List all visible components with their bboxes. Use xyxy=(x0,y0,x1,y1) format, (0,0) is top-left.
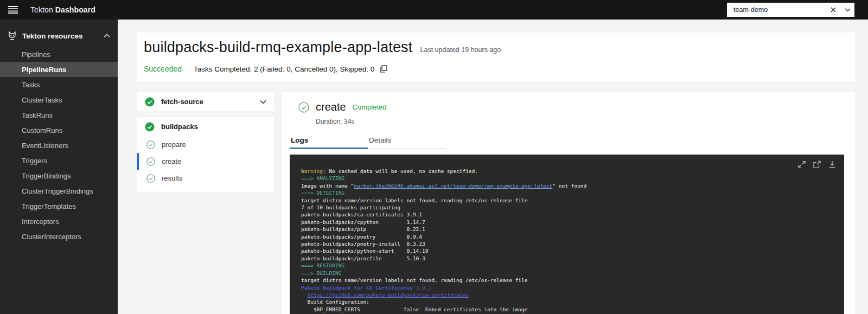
log-line: Build Configuration: xyxy=(301,298,839,305)
log-line: paketo-buildpacks/poetry-install 0.3.23 xyxy=(301,240,839,247)
sidebar: Tekton resources PipelinesPipelineRunsTa… xyxy=(0,20,118,314)
sidebar-item-clustertasks[interactable]: ClusterTasks xyxy=(0,92,118,107)
sidebar-item-pipelineruns[interactable]: PipelineRuns xyxy=(0,62,118,77)
namespace-selector[interactable]: team-demo xyxy=(727,3,854,17)
log-line: ===> RESTORING xyxy=(301,262,839,269)
sidebar-item-tasks[interactable]: Tasks xyxy=(0,77,118,92)
check-filled-icon xyxy=(145,122,155,132)
check-outline-icon xyxy=(146,157,155,166)
app-title-prefix: Tekton xyxy=(30,5,55,14)
app-header: Tekton Dashboard team-demo xyxy=(0,0,868,20)
step-results[interactable]: results xyxy=(137,170,274,187)
log-line: target distro name/version labels not fo… xyxy=(301,197,839,204)
log-line: paketo-buildpacks/poetry 0.9.4 xyxy=(301,233,839,240)
step-title: create xyxy=(316,101,346,113)
tab-logs[interactable]: Logs xyxy=(290,133,368,149)
copy-icon[interactable] xyxy=(380,65,387,73)
step-list: preparecreateresults xyxy=(137,136,274,187)
task-fetch-source[interactable]: fetch-source xyxy=(137,92,274,111)
log-link[interactable]: https://github.com/paketo-buildpacks/ca-… xyxy=(307,292,468,298)
log-viewer: Warning: No cached data will be used, no… xyxy=(290,155,844,314)
sidebar-section-tekton-resources[interactable]: Tekton resources xyxy=(0,27,118,44)
step-status-badge: Completed xyxy=(353,103,387,111)
step-tabs: Logs Details xyxy=(290,133,855,149)
task-card-fetch-source: fetch-source xyxy=(137,92,274,111)
sidebar-item-eventlisteners[interactable]: EventListeners xyxy=(0,138,118,153)
sidebar-item-clustertriggerbindings[interactable]: ClusterTriggerBindings xyxy=(0,183,118,198)
log-line: $BP_EMBED_CERTS false Embed certificates… xyxy=(301,306,839,313)
log-line: 7 of 10 buildpacks participating xyxy=(301,204,839,211)
task-list: fetch-source buildpacks preparecreateres… xyxy=(137,92,274,192)
status-badge: Succeeded xyxy=(144,65,182,73)
chevron-down-icon[interactable] xyxy=(260,100,266,104)
menu-icon[interactable] xyxy=(0,0,26,20)
log-link[interactable]: harbor.lke366246.akamai-apl.net/team-dem… xyxy=(354,183,552,189)
log-line: Paketo Buildpack for CA Certificates 3.9… xyxy=(301,284,839,291)
log-line: https://github.com/paketo-buildpacks/ca-… xyxy=(301,291,839,298)
check-outline-icon xyxy=(146,140,155,149)
app-title-bold: Dashboard xyxy=(55,5,95,14)
app-title[interactable]: Tekton Dashboard xyxy=(30,5,95,14)
sidebar-item-triggerbindings[interactable]: TriggerBindings xyxy=(0,168,118,183)
log-line: paketo-buildpacks/procfile 5.10.3 xyxy=(301,255,839,262)
log-line: paketo-buildpacks/ca-certificates 3.9.1 xyxy=(301,211,839,218)
step-prepare[interactable]: prepare xyxy=(137,136,274,153)
sidebar-item-clusterinterceptors[interactable]: ClusterInterceptors xyxy=(0,229,118,244)
sidebar-item-triggertemplates[interactable]: TriggerTemplates xyxy=(0,198,118,214)
log-line: paketo-buildpacks/pip 0.22.1 xyxy=(301,226,839,233)
sidebar-item-interceptors[interactable]: Interceptors xyxy=(0,214,118,229)
log-line: ===> ANALYZING xyxy=(301,175,839,182)
sidebar-section-label: Tekton resources xyxy=(22,32,104,40)
step-label: create xyxy=(162,157,181,165)
step-detail-panel: create Completed Duration: 34s Logs Deta… xyxy=(282,92,855,314)
tekton-icon xyxy=(8,31,17,41)
last-updated-label: Last updated 19 hours ago xyxy=(420,46,501,54)
step-duration: Duration: 34s xyxy=(316,118,855,125)
log-line: Image with name "harbor.lke366246.akamai… xyxy=(301,182,839,189)
check-outline-icon xyxy=(146,174,155,183)
task-name: fetch-source xyxy=(161,98,260,106)
log-output[interactable]: Warning: No cached data will be used, no… xyxy=(301,168,839,313)
step-label: results xyxy=(162,174,182,182)
task-buildpacks[interactable]: buildpacks xyxy=(137,117,274,136)
sidebar-item-customruns[interactable]: CustomRuns xyxy=(0,123,118,138)
step-create[interactable]: create xyxy=(137,153,274,170)
chevron-down-icon[interactable] xyxy=(840,3,854,17)
check-outline-icon xyxy=(298,102,309,113)
sidebar-items: PipelinesPipelineRunsTasksClusterTasksTa… xyxy=(0,47,118,244)
tab-details[interactable]: Details xyxy=(368,133,446,149)
pipelinerun-header: buildpacks-build-rmq-example-app-latest … xyxy=(137,33,855,81)
pipelinerun-title: buildpacks-build-rmq-example-app-latest xyxy=(144,39,413,56)
log-line: paketo-buildpacks/python-start 0.14.19 xyxy=(301,247,839,254)
sidebar-item-triggers[interactable]: Triggers xyxy=(0,153,118,168)
step-label: prepare xyxy=(162,140,186,149)
task-name: buildpacks xyxy=(161,123,266,131)
main-content: buildpacks-build-rmq-example-app-latest … xyxy=(118,20,868,314)
log-line: paketo-buildpacks/cpython 1.14.7 xyxy=(301,219,839,226)
log-line: ===> BUILDING xyxy=(301,270,839,277)
log-line: target distro name/version labels not fo… xyxy=(301,277,839,284)
sidebar-item-taskruns[interactable]: TaskRuns xyxy=(0,107,118,123)
task-card-buildpacks: buildpacks preparecreateresults xyxy=(137,117,274,192)
clear-namespace-icon[interactable] xyxy=(826,3,840,17)
log-line: Warning: No cached data will be used, no… xyxy=(301,168,839,175)
status-summary: Tasks Completed: 2 (Failed: 0, Cancelled… xyxy=(194,65,374,73)
namespace-selector-value: team-demo xyxy=(733,6,826,14)
chevron-up-icon xyxy=(104,34,110,38)
check-filled-icon xyxy=(145,97,155,107)
sidebar-item-pipelines[interactable]: Pipelines xyxy=(0,47,118,62)
log-line: ===> DETECTING xyxy=(301,189,839,196)
